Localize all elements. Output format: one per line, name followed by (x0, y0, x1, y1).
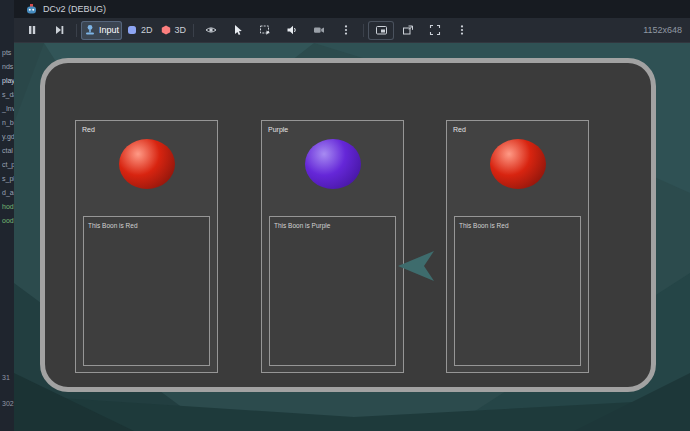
editor-file-item[interactable]: pts (0, 46, 14, 60)
boon-card-red-2[interactable]: Red This Boon is Red (446, 120, 589, 373)
editor-count-badge: 31 (2, 374, 10, 381)
editor-file-item[interactable]: n_bo (0, 116, 14, 130)
toolbar-separator (76, 24, 77, 37)
boon-card-title: Red (76, 121, 217, 133)
rect-select-button[interactable] (252, 21, 278, 40)
joystick-icon (84, 24, 96, 36)
kebab-icon (342, 24, 350, 36)
game-toolbar: Input 2D 3D (14, 18, 690, 43)
node-3d-icon (160, 24, 172, 36)
editor-file-item[interactable]: s_pl (0, 172, 14, 186)
game-viewport: Red This Boon is Red Purple This Boon is… (14, 43, 690, 431)
speaker-icon (286, 24, 298, 36)
suspend-button[interactable] (19, 21, 45, 40)
boon-description-box: This Boon is Red (454, 216, 581, 366)
input-mode-label: Input (99, 25, 119, 35)
app-icon (26, 4, 37, 15)
arrow-sprite-icon (398, 251, 436, 281)
mode-3d-label: 3D (175, 25, 187, 35)
red-sphere-image (119, 139, 175, 189)
camera-options-menu-button[interactable] (333, 21, 359, 40)
title-bar[interactable]: DCv2 (DEBUG) (14, 0, 690, 18)
editor-file-list: pts nds play s_da _Inv. n_bo y.gd ctal c… (0, 46, 14, 228)
game-options-menu-button[interactable] (449, 21, 475, 40)
camera-override-button[interactable] (306, 21, 332, 40)
game-window: DCv2 (DEBUG) Input 2D (14, 0, 690, 431)
boon-description-text: This Boon is Red (455, 217, 580, 234)
embed-game-icon (375, 24, 388, 36)
visibility-button[interactable] (198, 21, 224, 40)
editor-file-item[interactable]: hod (0, 200, 14, 214)
red-sphere-image (490, 139, 546, 189)
fullscreen-icon (429, 24, 441, 36)
window-title: DCv2 (DEBUG) (43, 4, 106, 14)
select-mode-button[interactable] (225, 21, 251, 40)
float-window-button[interactable] (395, 21, 421, 40)
embed-game-button[interactable] (368, 21, 394, 40)
boon-card-title: Purple (262, 121, 403, 133)
next-frame-icon (53, 24, 65, 36)
mode-2d-button[interactable]: 2D (123, 21, 156, 40)
boon-description-box: This Boon is Purple (269, 216, 396, 366)
boon-description-text: This Boon is Purple (270, 217, 395, 234)
editor-file-item[interactable]: nds (0, 60, 14, 74)
editor-file-item[interactable]: play (0, 74, 14, 88)
mode-2d-label: 2D (141, 25, 153, 35)
editor-file-item[interactable]: ctal (0, 144, 14, 158)
fullscreen-button[interactable] (422, 21, 448, 40)
kebab-icon (458, 24, 466, 36)
editor-file-item[interactable]: s_da (0, 88, 14, 102)
input-mode-button[interactable]: Input (81, 21, 122, 40)
boon-card-red-1[interactable]: Red This Boon is Red (75, 120, 218, 373)
editor-file-item[interactable]: ood (0, 214, 14, 228)
camera-icon (313, 24, 325, 36)
float-window-icon (402, 24, 414, 36)
editor-sidebar-sliver: pts nds play s_da _Inv. n_bo y.gd ctal c… (0, 0, 14, 431)
toolbar-separator (193, 24, 194, 37)
boon-card-purple[interactable]: Purple This Boon is Purple (261, 120, 404, 373)
toolbar-separator (363, 24, 364, 37)
eye-icon (205, 24, 217, 36)
purple-sphere-image (305, 139, 361, 189)
editor-file-item[interactable]: d_ac (0, 186, 14, 200)
resolution-label: 1152x648 (643, 25, 685, 35)
next-frame-button[interactable] (46, 21, 72, 40)
boon-description-box: This Boon is Red (83, 216, 210, 366)
editor-file-item[interactable]: y.gd (0, 130, 14, 144)
rect-select-icon (259, 24, 271, 36)
cursor-icon (232, 24, 244, 36)
pause-icon (26, 24, 38, 36)
mode-3d-button[interactable]: 3D (157, 21, 190, 40)
editor-count-badge: 302 (2, 400, 14, 407)
editor-file-item[interactable]: _Inv. (0, 102, 14, 116)
boon-description-text: This Boon is Red (84, 217, 209, 234)
editor-file-item[interactable]: ct_p (0, 158, 14, 172)
boon-panel: Red This Boon is Red Purple This Boon is… (40, 58, 656, 392)
node-2d-icon (126, 24, 138, 36)
mute-audio-button[interactable] (279, 21, 305, 40)
boon-card-title: Red (447, 121, 588, 133)
